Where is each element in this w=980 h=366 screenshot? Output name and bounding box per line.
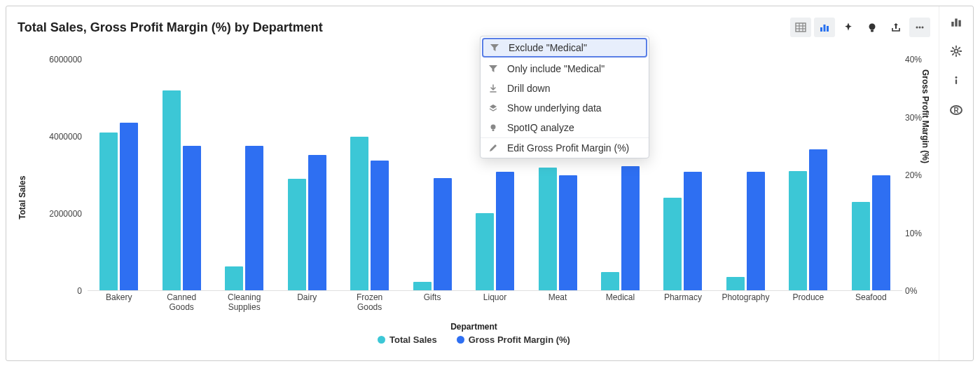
menu-item-edit-measure[interactable]: Edit Gross Profit Margin (%) [481, 138, 649, 158]
rail-settings-button[interactable] [945, 40, 967, 62]
bar-group[interactable] [88, 60, 150, 290]
y-left-tick: 6000000 [40, 55, 82, 65]
svg-rect-9 [871, 30, 874, 32]
bar-gross-profit-margin[interactable] [872, 175, 890, 291]
y-left-ticks: 0200000040000006000000 [40, 60, 82, 291]
y-right-tick: 30% [905, 113, 927, 123]
bar-gross-profit-margin[interactable] [120, 123, 138, 290]
rail-info-button[interactable] [945, 69, 967, 92]
y-right-tick: 40% [905, 55, 927, 65]
bar-gross-profit-margin[interactable] [183, 146, 201, 290]
bar-gross-profit-margin[interactable] [434, 178, 452, 290]
bar-group[interactable] [338, 60, 401, 290]
svg-rect-16 [955, 19, 957, 27]
bar-total-sales[interactable] [350, 137, 368, 290]
y-right-tick: 0% [905, 286, 927, 296]
x-category-label: Liquor [464, 292, 526, 313]
menu-item-label: Only include "Medical" [507, 63, 605, 74]
bar-gross-profit-margin[interactable] [809, 149, 827, 291]
x-category-label: Dairy [275, 292, 338, 313]
svg-rect-15 [951, 22, 953, 27]
bar-gross-profit-margin[interactable] [747, 172, 765, 290]
spotiq-button[interactable] [862, 18, 883, 37]
bar-group[interactable] [150, 60, 212, 290]
rail-r-button[interactable]: R [945, 99, 967, 121]
chart-view-button[interactable] [814, 18, 835, 37]
menu-item-exclude[interactable]: Exclude "Medical" [482, 38, 647, 57]
bar-gross-profit-margin[interactable] [559, 175, 577, 291]
pin-icon [843, 22, 854, 33]
svg-point-18 [954, 49, 958, 53]
bar-group[interactable] [651, 60, 714, 290]
x-category-label: Bakery [88, 292, 150, 313]
y-right-ticks: 0%10%20%30%40% [905, 60, 927, 291]
more-button[interactable] [909, 18, 930, 37]
bar-group[interactable] [213, 60, 275, 290]
bulb-icon [488, 123, 499, 133]
svg-point-13 [491, 125, 496, 130]
menu-item-label: Show underlying data [507, 102, 602, 114]
pin-button[interactable] [838, 18, 859, 37]
bar-gross-profit-margin[interactable] [621, 166, 640, 290]
bar-group[interactable] [777, 60, 839, 290]
svg-point-19 [955, 76, 958, 79]
bar-total-sales[interactable] [601, 272, 619, 290]
bar-group[interactable] [275, 60, 338, 290]
x-category-label: Meat [526, 292, 588, 313]
menu-item-drill-down[interactable]: Drill down [481, 79, 649, 98]
bar-chart-icon [819, 22, 830, 33]
svg-rect-6 [824, 25, 826, 32]
svg-rect-7 [827, 26, 829, 32]
x-category-label: Produce [777, 292, 839, 313]
y-right-tick: 20% [905, 170, 927, 180]
bar-gross-profit-margin[interactable] [308, 155, 326, 290]
bar-total-sales[interactable] [288, 179, 306, 290]
dots-icon [914, 22, 925, 33]
bar-total-sales[interactable] [413, 282, 432, 290]
x-category-label: Gifts [401, 292, 463, 313]
svg-rect-20 [955, 79, 957, 84]
table-view-button[interactable] [790, 18, 811, 37]
menu-item-only-include[interactable]: Only include "Medical" [481, 59, 649, 79]
chart-title: Total Sales, Gross Profit Margin (%) by … [18, 20, 323, 35]
bar-group[interactable] [840, 60, 902, 290]
menu-item-underlying-data[interactable]: Show underlying data [481, 98, 649, 118]
x-axis-label: Department [18, 322, 930, 332]
menu-item-spotiq-analyze[interactable]: SpotIQ analyze [481, 118, 649, 137]
menu-item-label: SpotIQ analyze [507, 122, 574, 133]
bar-total-sales[interactable] [789, 171, 807, 290]
bar-gross-profit-margin[interactable] [371, 161, 389, 290]
bar-gross-profit-margin[interactable] [496, 172, 514, 290]
bar-total-sales[interactable] [726, 277, 745, 290]
legend-label: Total Sales [389, 334, 437, 345]
svg-point-8 [869, 24, 876, 30]
bar-total-sales[interactable] [99, 133, 118, 290]
bar-gross-profit-margin[interactable] [684, 172, 702, 290]
legend-item-sales[interactable]: Total Sales [378, 334, 437, 345]
svg-rect-14 [492, 130, 495, 132]
side-rail: R [939, 6, 973, 360]
bar-total-sales[interactable] [852, 202, 870, 290]
bar-total-sales[interactable] [476, 213, 494, 290]
bar-gross-profit-margin[interactable] [245, 146, 263, 290]
x-category-label: CleaningSupplies [213, 292, 275, 313]
legend-label: Gross Profit Margin (%) [469, 334, 570, 345]
bulb-icon [867, 22, 878, 33]
menu-item-label: Drill down [507, 83, 550, 94]
bar-total-sales[interactable] [539, 168, 557, 290]
x-category-label: Photography [715, 292, 777, 313]
y-left-axis-label: Total Sales [18, 176, 27, 219]
svg-text:R: R [953, 107, 959, 114]
bar-total-sales[interactable] [163, 90, 181, 290]
bar-group[interactable] [401, 60, 463, 290]
chart-legend: Total Sales Gross Profit Margin (%) [18, 334, 930, 345]
share-button[interactable] [885, 18, 906, 37]
bar-total-sales[interactable] [225, 266, 243, 290]
drill-icon [488, 83, 499, 93]
legend-item-margin[interactable]: Gross Profit Margin (%) [457, 334, 570, 345]
bar-total-sales[interactable] [663, 198, 682, 290]
x-categories: BakeryCannedGoodsCleaningSuppliesDairyFr… [88, 292, 902, 313]
bar-group[interactable] [715, 60, 777, 290]
rail-chart-config-button[interactable] [945, 11, 967, 33]
filter-icon [489, 43, 500, 53]
